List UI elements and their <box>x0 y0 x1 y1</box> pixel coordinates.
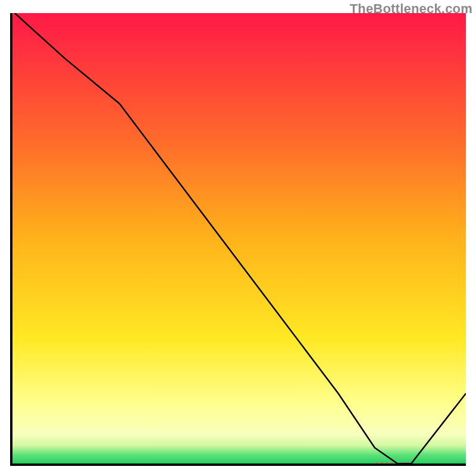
chart-stage: TheBottleneck.com <box>0 0 476 476</box>
axes-frame <box>10 13 466 466</box>
